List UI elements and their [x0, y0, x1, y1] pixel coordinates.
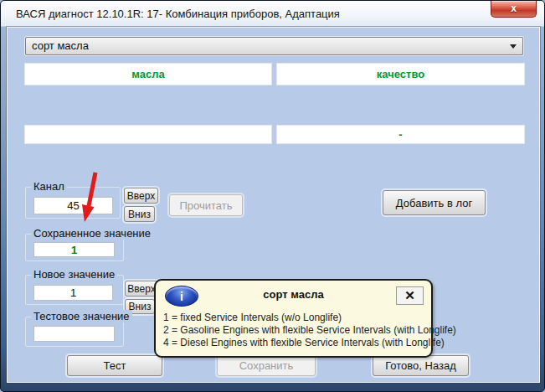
chevron-down-icon [510, 44, 517, 49]
dialog-body: сорт масла масла качество - Канал Вверх … [7, 27, 540, 383]
left-column-header: масла [24, 63, 272, 85]
tooltip-line: 2 = Gasoline Engines with flexible Servi… [163, 324, 426, 336]
test-value-label: Тестовое значение [31, 310, 132, 322]
tooltip-line: 1 = fixed Service Intervals (w/o Longlif… [163, 312, 426, 323]
stored-value-label: Сохраненное значение [31, 227, 153, 240]
left-column-value [24, 125, 272, 144]
info-tooltip: i сорт масла ✕ 1 = fixed Service Interva… [154, 279, 433, 358]
right-column-value: - [276, 125, 525, 144]
stored-value-input[interactable] [33, 242, 115, 257]
add-to-log-button[interactable]: Добавить в лог [383, 190, 486, 215]
save-button[interactable]: Сохранить [217, 355, 316, 376]
new-value-input[interactable] [33, 285, 113, 301]
channel-down-button[interactable]: Вниз [124, 206, 155, 222]
app-window: ВАСЯ диагност 12.10.1R: 17- Комбинация п… [0, 0, 545, 392]
done-back-button[interactable]: Готово, Назад [373, 355, 469, 376]
tooltip-title: сорт масла [206, 288, 381, 301]
new-value-label: Новое значение [31, 268, 117, 281]
channel-up-button[interactable]: Вверх [124, 188, 158, 204]
channel-select[interactable]: сорт масла [25, 37, 523, 55]
window-title: ВАСЯ диагност 12.10.1R: 17- Комбинация п… [16, 8, 340, 20]
info-icon: i [165, 286, 198, 307]
read-button[interactable]: Прочитать [169, 194, 243, 216]
window-close-button[interactable]: x [491, 1, 537, 18]
tooltip-close-button[interactable]: ✕ [396, 286, 424, 305]
channel-select-value: сорт масла [32, 39, 89, 52]
red-pointer-arrow-icon [71, 168, 105, 227]
right-column-header: качество [276, 63, 525, 85]
tooltip-line: 4 = Diesel Engines with flexible Service… [163, 337, 426, 348]
test-value-input[interactable] [33, 326, 115, 342]
channel-label: Канал [31, 180, 67, 193]
test-button[interactable]: Тест [67, 355, 162, 376]
new-value-up-button[interactable]: Вверх [125, 281, 158, 297]
